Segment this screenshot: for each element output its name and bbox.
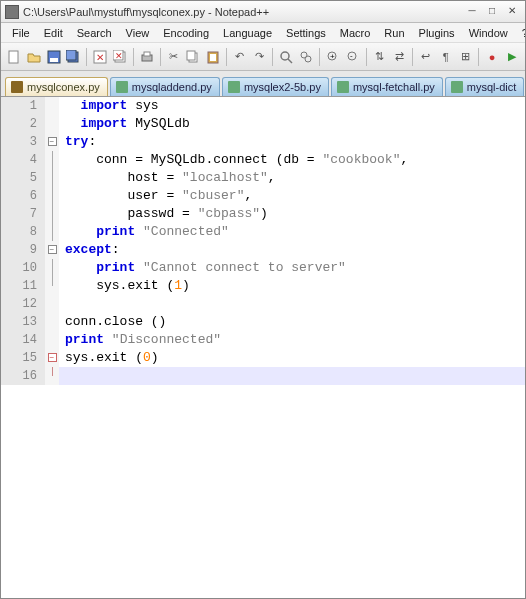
toolbar-separator [272,48,273,66]
menu-run[interactable]: Run [377,25,411,41]
svg-text:✕: ✕ [115,51,123,61]
code-area[interactable]: 1 import sys 2 import MySQLdb 3−try: 4 c… [1,97,525,599]
svg-text:-: - [350,51,353,60]
menu-edit[interactable]: Edit [37,25,70,41]
save-icon[interactable] [45,47,63,67]
sync-vscroll-icon[interactable]: ⇅ [370,47,388,67]
menu-view[interactable]: View [119,25,157,41]
menu-settings[interactable]: Settings [279,25,333,41]
tab-label: mysql-dict [467,81,517,93]
menu-search[interactable]: Search [70,25,119,41]
indent-guide-icon[interactable]: ⊞ [457,47,475,67]
tab-mysqladdend[interactable]: mysqladdend.py [110,77,220,96]
fold-cell [45,331,59,349]
window-title: C:\Users\Paul\mystuff\mysqlconex.py - No… [23,6,461,18]
find-icon[interactable] [277,47,295,67]
menu-macro[interactable]: Macro [333,25,378,41]
code-line: print "Cannot connect to server" [59,259,525,277]
editor: 1 import sys 2 import MySQLdb 3−try: 4 c… [1,97,525,599]
code-line [59,367,525,385]
svg-rect-11 [144,52,150,56]
svg-rect-15 [210,54,216,61]
file-icon [11,81,23,93]
svg-text:✕: ✕ [96,52,104,63]
close-all-icon[interactable]: ✕ [111,47,129,67]
save-all-icon[interactable] [64,47,82,67]
fold-cell [45,367,59,385]
fold-cell [45,115,59,133]
tab-label: mysqladdend.py [132,81,212,93]
fold-cell[interactable]: − [45,241,59,259]
svg-rect-4 [66,50,76,60]
code-line: print "Disconnected" [59,331,525,349]
zoom-out-icon[interactable]: - [344,47,362,67]
svg-rect-13 [187,51,195,60]
wordwrap-icon[interactable]: ↩ [417,47,435,67]
file-icon [116,81,128,93]
line-number: 3 [1,133,45,151]
line-number: 1 [1,97,45,115]
tab-label: mysqlconex.py [27,81,100,93]
tab-mysql-fetchall[interactable]: mysql-fetchall.py [331,77,443,96]
code-line: sys.exit (1) [59,277,525,295]
menu-window[interactable]: Window [462,25,515,41]
close-button[interactable]: ✕ [503,5,521,19]
line-number: 10 [1,259,45,277]
copy-icon[interactable] [184,47,202,67]
svg-rect-2 [50,58,58,62]
toolbar-separator [366,48,367,66]
fold-cell [45,97,59,115]
print-icon[interactable] [138,47,156,67]
code-line: except: [59,241,525,259]
paste-icon[interactable] [204,47,222,67]
macro-play-icon[interactable]: ▶ [503,47,521,67]
tab-mysqlex2-5b[interactable]: mysqlex2-5b.py [222,77,329,96]
sync-hscroll-icon[interactable]: ⇄ [390,47,408,67]
menu-encoding[interactable]: Encoding [156,25,216,41]
fold-minus-icon: − [48,353,57,362]
tab-label: mysqlex2-5b.py [244,81,321,93]
toolbar-separator [133,48,134,66]
fold-cell[interactable]: − [45,133,59,151]
replace-icon[interactable] [297,47,315,67]
undo-icon[interactable]: ↶ [231,47,249,67]
fold-cell [45,313,59,331]
redo-icon[interactable]: ↷ [251,47,269,67]
open-file-icon[interactable] [25,47,43,67]
tab-mysql-dict[interactable]: mysql-dict [445,77,525,96]
toolbar-separator [478,48,479,66]
toolbar-separator [226,48,227,66]
file-icon [228,81,240,93]
line-number: 4 [1,151,45,169]
fold-cell[interactable]: − [45,349,59,367]
zoom-in-icon[interactable]: + [324,47,342,67]
cut-icon[interactable]: ✂ [164,47,182,67]
toolbar-separator [160,48,161,66]
menu-plugins[interactable]: Plugins [412,25,462,41]
menu-language[interactable]: Language [216,25,279,41]
line-number: 9 [1,241,45,259]
svg-text:+: + [330,52,335,61]
menubar: File Edit Search View Encoding Language … [1,23,525,43]
new-file-icon[interactable] [5,47,23,67]
code-line: print "Connected" [59,223,525,241]
code-line: try: [59,133,525,151]
menu-file[interactable]: File [5,25,37,41]
line-number: 12 [1,295,45,313]
code-line: import sys [59,97,525,115]
tab-mysqlconex[interactable]: mysqlconex.py [5,77,108,96]
code-line: import MySQLdb [59,115,525,133]
menu-help[interactable]: ? [515,25,526,41]
code-line [59,295,525,313]
minimize-button[interactable]: ─ [463,5,481,19]
close-file-icon[interactable]: ✕ [91,47,109,67]
code-line: user = "cbuser", [59,187,525,205]
all-chars-icon[interactable]: ¶ [437,47,455,67]
toolbar-separator [412,48,413,66]
line-number: 6 [1,187,45,205]
line-number: 8 [1,223,45,241]
macro-record-icon[interactable]: ● [483,47,501,67]
code-line: sys.exit (0) [59,349,525,367]
maximize-button[interactable]: □ [483,5,501,19]
fold-cell [45,169,59,187]
